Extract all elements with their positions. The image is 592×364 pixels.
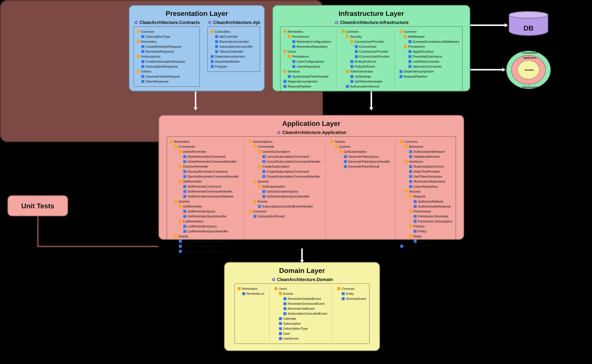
node-label: ReminderDismissedEvent — [288, 301, 325, 306]
node-label: Queries — [258, 179, 269, 184]
node-label: ApiController — [219, 34, 238, 39]
file-icon — [350, 60, 353, 63]
file-generatetokenquery: GenerateTokenQuery — [331, 154, 390, 159]
file-idomainevent: IDomainEvent — [337, 296, 366, 301]
folder-icon — [409, 235, 412, 238]
node-label: Reminders — [288, 29, 303, 34]
unit-tests-label: Unit Tests — [21, 202, 54, 210]
file-icon — [141, 75, 144, 78]
file-listremindersqueryhandler: ListRemindersQueryHandler — [170, 229, 239, 234]
file-ipolicyenforcer: IPolicyEnforcer — [342, 59, 390, 64]
node-label: Reminders — [174, 139, 190, 144]
file-icon — [183, 195, 186, 198]
node-label: Security — [350, 34, 362, 39]
folder-tokens: Tokens — [331, 139, 390, 144]
node-label: Common — [141, 29, 154, 34]
project-infra: CleanArchitecture.Infrastructure Reminde… — [280, 20, 463, 92]
file-icon — [288, 75, 291, 78]
file-icon — [400, 70, 403, 73]
file-createsubscriptioncommandhandler: CreateSubscriptionCommandHandler — [249, 174, 320, 179]
folder-persistence: Persistence — [283, 54, 331, 59]
folder-events: Events — [249, 199, 320, 204]
node-label: Reminder.cs — [246, 291, 264, 296]
file-icon — [409, 155, 412, 158]
folder-icon — [331, 140, 334, 143]
folder-tokens: Tokens — [137, 69, 196, 74]
file-dismissremindercommand: DismissReminderCommand — [170, 169, 239, 174]
node-label: Entity — [346, 291, 354, 296]
file-iremindersrepository: IRemindersRepository — [400, 179, 452, 184]
node-label: ReminderSetEventHandler — [183, 249, 221, 254]
node-label: RequestPipeline — [288, 84, 311, 89]
node-label: DependencyInjection — [404, 244, 435, 249]
domain-layer: Domain Layer CleanArchitecture.Domain Re… — [224, 262, 380, 351]
file-setremindercommandvalidator: SetReminderCommandValidator — [170, 194, 239, 199]
project-contracts: CleanArchitecture.Contracts CommonSubscr… — [134, 20, 200, 87]
folder-icon — [400, 140, 403, 143]
file-icon — [409, 50, 411, 53]
node-label: DismissReminderCommandHandler — [188, 174, 239, 179]
node-label: UserConfigurations — [296, 59, 324, 64]
file-subscriptioncanceledeventhandler: SubscriptionCanceledEventHandler — [249, 204, 320, 209]
tree-column: UsersEventsReminderDeletedEventReminderD… — [269, 286, 327, 341]
vs-icon — [207, 20, 212, 25]
file-entity: Entity — [337, 291, 366, 296]
folder-persistence: Persistence — [400, 44, 459, 49]
file-getreminderqueryhandler: GetReminderQueryHandler — [170, 214, 239, 219]
node-label: CreateSubscriptionCommand — [267, 169, 309, 174]
file-setremindercommand: SetReminderCommand — [170, 184, 239, 189]
folder-icon — [275, 287, 277, 290]
folder-listreminders: ListReminders — [170, 219, 239, 224]
node-label: Roles — [413, 234, 422, 239]
node-label: GetSubscription — [344, 149, 367, 154]
node-label: GenerateTokenResult — [348, 164, 379, 169]
application-projects: CleanArchitecture.Application RemindersC… — [159, 127, 463, 261]
tree-column: TokensQueriesGetSubscriptionGenerateToke… — [325, 139, 390, 254]
file-tokenscontroller: TokensController — [211, 49, 257, 54]
file-fluentapiextensions: FluentApiExtensions — [400, 54, 459, 59]
onion-domain-label: Domain — [525, 69, 534, 72]
folder-icon — [283, 70, 286, 73]
file-icon — [292, 65, 295, 68]
node-label: IAssemblyMarker — [215, 59, 240, 64]
file-icon — [355, 50, 358, 53]
file-icon — [183, 175, 186, 178]
file-icon — [179, 245, 182, 248]
file-permission-reminder: Permission.Reminder — [400, 214, 452, 219]
folder-services: Services — [283, 69, 331, 74]
file-icon — [350, 80, 353, 83]
file-icon — [292, 60, 295, 63]
tree-domain: RemindersReminder.csUsersEventsReminderD… — [235, 283, 370, 344]
file-icon — [141, 45, 144, 48]
file-icon — [355, 55, 358, 58]
node-label: SubscriptionType — [283, 326, 308, 331]
folder-icon — [405, 145, 408, 148]
file-icon — [215, 35, 218, 38]
node-label: CreateSubscriptionRequest — [146, 59, 185, 64]
file-generatetokenrequest: GenerateTokenRequest — [137, 74, 196, 79]
onion-infrastructure-label: Infrastructure — [522, 86, 538, 89]
folder-subscriptions: Subscriptions — [137, 54, 196, 59]
tree-contracts: CommonSubscriptionTypeRemindersCreateRem… — [134, 26, 200, 87]
file-icon — [409, 40, 411, 43]
file-generatetokenresult: GenerateTokenResult — [331, 164, 390, 169]
node-label: DependencyInjection — [288, 79, 318, 84]
node-label: TokenGenerator — [350, 69, 373, 74]
unit-tests-connector — [37, 216, 158, 247]
folder-dismissreminder: DismissReminder — [170, 164, 239, 169]
folder-icon — [170, 140, 173, 143]
node-label: CancelSubscription — [262, 149, 290, 154]
node-label: Commands — [179, 144, 195, 149]
file-iauthorizationservice: IAuthorizationService — [400, 164, 452, 169]
folder-security: Security — [342, 34, 390, 39]
node-label: GetReminderQuery — [188, 209, 215, 214]
file-dependencyinjection: DependencyInjection — [283, 79, 331, 84]
node-label: IRemindersRepository — [413, 179, 445, 184]
node-label: Users — [288, 49, 296, 54]
folder-common: Common — [137, 29, 196, 34]
db-cylinder: DB — [509, 11, 548, 39]
file-createreminderrequest: CreateReminderRequest — [137, 44, 196, 49]
file-icon — [344, 165, 347, 168]
folder-icon — [175, 235, 177, 238]
file-icon — [409, 185, 412, 188]
